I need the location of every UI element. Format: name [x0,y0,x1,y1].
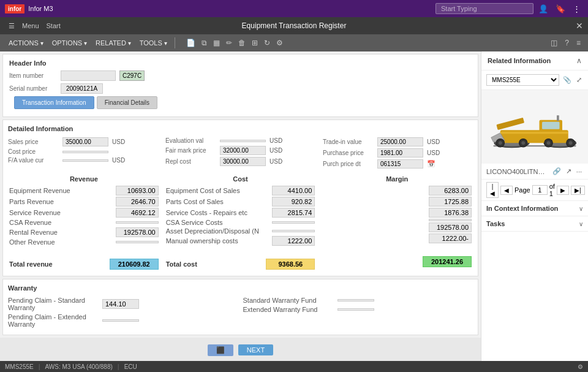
rp-attach-icon[interactable]: 📎 [562,75,573,85]
item-number-label: Item number [9,72,58,79]
warranty-col1: Pending Claim - Standard Warranty144.10P… [8,297,238,330]
warranty-row: Standard Warranty Fund [243,297,473,304]
margin-total-row: 201241.26 [321,255,473,268]
fa-value-value [62,159,108,162]
help-icon[interactable]: ? [562,36,571,50]
svg-point-12 [499,141,502,145]
more-options-icon[interactable]: ≡ [574,36,583,50]
tasks-section-header[interactable]: Tasks ∨ [481,216,588,232]
rp-caption-text: LICONO400LITNOC2... [486,168,549,175]
cost-row: Service Costs - Repairs etc2815.74 [165,207,317,218]
tools-menu-button[interactable]: TOOLS ▾ [136,36,171,50]
more-icon[interactable]: ⊞ [249,36,260,50]
purch-price-dt-value: 061315 [377,159,423,169]
start-button[interactable]: Start [43,17,64,34]
cost-price-row: Cost price [8,148,158,155]
status-settings-icon[interactable]: ⚙ [578,363,583,370]
purchase-price-row: Purchase price 1981.00 USD [323,148,473,158]
svg-point-14 [521,141,525,145]
rp-more-icon[interactable]: ··· [575,167,583,177]
rp-first-page-button[interactable]: |◀ [486,182,499,198]
in-context-section-header[interactable]: In Context Information ∨ [481,201,588,216]
bookmark-icon[interactable]: 🔖 [553,3,568,15]
margin-spacer [321,244,473,252]
equipment-image [481,90,588,164]
eval-val-label: Evaluation val [165,137,217,144]
tab-bar: Transaction Information Financial Detail… [14,96,467,109]
copy-icon[interactable]: ⧉ [199,36,209,50]
margin-row: 6283.00 [321,185,473,196]
rp-next-page-button[interactable]: ▶ [557,186,569,195]
refresh-icon[interactable]: ↻ [262,36,273,50]
fair-mark-unit: USD [270,147,282,154]
rp-share-icon[interactable]: ↗ [565,166,573,177]
margin-total-value: 201241.26 [423,256,472,267]
next-button[interactable]: NEXT [238,344,273,355]
edit-icon[interactable]: ✏ [224,36,235,50]
cost-total-label: Total cost [166,260,197,268]
rp-page-input[interactable] [532,185,548,195]
actions-menu-button[interactable]: ACTIONS ▾ [5,36,47,50]
financial-details-tab[interactable]: Financial Details [97,96,157,109]
revenue-total-label: Total revenue [9,260,53,268]
trade-in-row: Trade-in value 25000.00 USD [323,137,473,146]
fair-mark-value: 32000.00 [220,146,266,155]
panel-collapse-button[interactable]: ∧ [576,56,582,65]
filter-icon[interactable]: ▦ [211,36,222,50]
panel-icon[interactable]: ◫ [548,36,560,50]
repl-cost-unit: USD [270,158,282,165]
fair-mark-row: Fair mark price 32000.00 USD [165,146,315,155]
cost-row: CSA Service Costs [165,218,317,227]
cost-total-value: 9368.56 [266,259,315,270]
rp-expand-icon[interactable]: ⤢ [575,75,583,85]
purch-price-dt-row: Purch price dt 061315 📅 [323,159,473,169]
repl-cost-label: Repl cost [165,158,217,165]
fa-value-row: F/A value cur USD [8,157,158,164]
options-menu-button[interactable]: OPTIONS ▾ [48,36,91,50]
cost-col: Cost Equipment Cost of Sales4410.00Parts… [165,175,317,271]
grid-icon[interactable]: ⋮ [570,3,583,15]
revenue-total-value: 210609.82 [110,259,159,270]
revenue-row: Rental Revenue192578.00 [8,227,160,238]
search-input[interactable] [435,3,533,14]
menu-button[interactable]: Menu [18,17,43,34]
col2-fields: Evaluation val USD Fair mark price 32000… [165,137,315,170]
svg-point-18 [569,141,573,145]
revenue-col: Revenue Equipment Revenue10693.00Parts R… [8,175,160,271]
status-item-3: ECU [124,363,137,370]
hamburger-menu-button[interactable]: ☰ [5,17,18,34]
item-number-input[interactable] [61,70,116,81]
rp-dropdown[interactable]: MMS255E [486,74,559,86]
in-context-chevron-icon: ∨ [579,205,583,212]
sales-price-unit: USD [112,139,125,145]
infor-logo-icon: infor [5,4,24,13]
purchase-price-label: Purchase price [323,150,375,156]
close-button[interactable]: ✕ [576,21,583,31]
related-menu-button[interactable]: RELATED ▾ [92,36,135,50]
in-context-label: In Context Information [486,205,558,212]
back-button[interactable]: ⬛ [208,344,233,356]
rp-caption: LICONO400LITNOC2... 🔗 ↗ ··· [481,164,588,180]
rp-prev-page-button[interactable]: ◀ [500,186,513,195]
revenue-row: Service Revenue4692.12 [8,207,160,218]
rp-link-icon[interactable]: 🔗 [551,166,562,177]
toolbar-icons: 📄 ⧉ ▦ ✏ 🗑 ⊞ ↻ ⚙ [184,36,285,50]
calendar-icon[interactable]: 📅 [427,160,435,168]
new-icon[interactable]: 📄 [184,36,198,50]
repl-cost-value: 30000.00 [220,157,266,166]
rp-page-label: Page [514,186,530,194]
cost-row: Equipment Cost of Sales4410.00 [165,185,317,196]
transaction-information-tab[interactable]: Transaction Information [14,96,94,109]
user-icon[interactable]: 👤 [536,3,551,15]
detailed-info-title: Detailed Information [8,125,473,132]
warranty-section: Warranty Pending Claim - Standard Warran… [2,279,478,335]
serial-number-value: 20090121A [61,83,103,94]
delete-icon[interactable]: 🗑 [236,36,248,50]
item-number-value: C297C [119,70,145,81]
rp-last-page-button[interactable]: ▶| [571,186,585,195]
settings-icon[interactable]: ⚙ [274,36,285,50]
fair-mark-label: Fair mark price [165,147,217,154]
cost-row: Parts Cost of Sales920.82 [165,196,317,207]
repl-cost-row: Repl cost 30000.00 USD [165,157,315,166]
margin-row: 192578.00 [321,222,473,233]
